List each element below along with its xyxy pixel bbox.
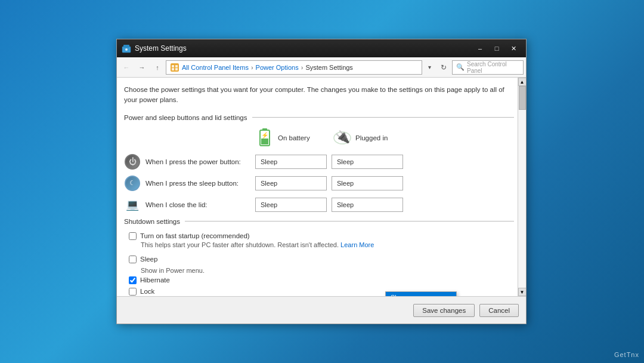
window-controls: – □ ✕ (472, 42, 521, 54)
sleep-sub: Show in Power menu. (124, 267, 514, 274)
svg-rect-7 (175, 68, 178, 70)
lid-dropdowns: Do nothing Sleep Hibernate Shut down Do … (255, 198, 403, 212)
forward-button[interactable]: → (135, 60, 149, 75)
plug-icon: 🔌 (333, 128, 352, 147)
sleep-button-row: ☾ When I press the sleep button: Do noth… (124, 175, 514, 192)
main-content: Choose the power settings that you want … (117, 78, 526, 296)
window-title: System Settings (135, 44, 472, 53)
sleep-button-icon: ☾ (124, 175, 141, 192)
on-battery-label: On battery (278, 134, 310, 141)
section1-title: Power and sleep buttons and lid settings (124, 114, 247, 121)
battery-icon: ⚡ (255, 128, 274, 147)
breadcrumb-sep-1: › (251, 64, 253, 71)
hibernate-option-label: Hibernate (140, 276, 170, 284)
sleep-option-label: Sleep (140, 256, 157, 263)
svg-rect-6 (172, 68, 174, 70)
fast-startup-checkbox-line: Turn on fast startup (recommended) (129, 232, 374, 240)
lock-checkbox[interactable] (129, 288, 137, 296)
lock-option-label: Lock (140, 288, 154, 295)
fast-startup-desc: This helps start your PC faster after sh… (129, 241, 374, 248)
lid-icon: 💻 (124, 196, 141, 213)
dropdown-popup: Sleep Do nothing Hibernate Shut down Tur… (385, 291, 457, 296)
window-icon (122, 44, 131, 53)
breadcrumb-control-panel[interactable]: All Control Panel Items (182, 64, 249, 71)
breadcrumb-sep-2: › (301, 64, 304, 71)
intro-text: Choose the power settings that you want … (124, 85, 514, 106)
title-bar: System Settings – □ ✕ (117, 39, 526, 57)
sleep-battery-dropdown[interactable]: Do nothing Sleep Hibernate Shut down (255, 176, 327, 190)
back-button[interactable]: ← (119, 60, 134, 75)
power-button-dropdowns: Do nothing Sleep Hibernate Shut down Tur… (255, 155, 403, 169)
learn-more-link[interactable]: Learn More (340, 241, 374, 248)
scroll-track[interactable] (518, 86, 526, 288)
fast-startup-checkbox[interactable] (129, 232, 137, 240)
hibernate-option-row: Hibernate (124, 276, 514, 284)
fast-startup-row: Turn on fast startup (recommended) This … (124, 232, 514, 252)
minimize-button[interactable]: – (472, 42, 488, 54)
power-button-text: When I press the power button: (145, 158, 241, 165)
scroll-up-arrow[interactable]: ▲ (518, 78, 527, 86)
popup-item-sleep[interactable]: Sleep (386, 292, 456, 296)
scroll-down-arrow[interactable]: ▼ (518, 288, 527, 296)
svg-rect-4 (172, 65, 174, 67)
lid-plugged-select[interactable]: Do nothing Sleep Hibernate Shut down (335, 198, 400, 211)
cancel-button[interactable]: Cancel (479, 304, 519, 317)
svg-text:🔌: 🔌 (335, 130, 350, 144)
plugged-in-label: Plugged in (355, 134, 388, 141)
control-panel-icon (170, 63, 179, 72)
fast-startup-group: Turn on fast startup (recommended) This … (129, 232, 374, 252)
sleep-battery-select[interactable]: Do nothing Sleep Hibernate Shut down (258, 177, 324, 190)
sleep-button-dropdowns: Do nothing Sleep Hibernate Shut down Do … (255, 176, 403, 190)
maximize-button[interactable]: □ (489, 42, 504, 54)
power-button-row: ⏻ When I press the power button: Do noth… (124, 153, 514, 170)
breadcrumb-system-settings: System Settings (305, 64, 352, 71)
sleep-option-row: Sleep (124, 256, 514, 263)
bottom-bar: Save changes Cancel (117, 296, 526, 324)
column-headers: ⚡ On battery 🔌 Plugged in (124, 128, 514, 147)
lid-text: When I close the lid: (145, 201, 208, 208)
lid-row: 💻 When I close the lid: Do nothing Sleep… (124, 196, 514, 213)
up-button[interactable]: ↑ (150, 60, 165, 75)
fast-startup-desc-text: This helps start your PC faster after sh… (141, 241, 339, 248)
svg-rect-1 (123, 45, 129, 48)
breadcrumb-bar: All Control Panel Items › Power Options … (166, 60, 422, 75)
sleep-checkbox[interactable] (129, 256, 137, 263)
on-battery-header: ⚡ On battery (255, 128, 333, 147)
power-battery-dropdown[interactable]: Do nothing Sleep Hibernate Shut down Tur… (255, 155, 327, 169)
sleep-button-text: When I press the sleep button: (145, 180, 239, 187)
section2-header: Shutdown settings (124, 218, 514, 225)
search-box[interactable]: 🔍 Search Control Panel (452, 60, 524, 75)
plugged-in-header: 🔌 Plugged in (333, 128, 410, 147)
scroll-thumb[interactable] (519, 86, 526, 110)
content-area: Choose the power settings that you want … (117, 78, 526, 296)
svg-point-2 (125, 48, 128, 51)
section2-title: Shutdown settings (124, 218, 180, 225)
power-plugged-dropdown[interactable]: Do nothing Sleep Hibernate Shut down Tur… (332, 155, 403, 169)
shutdown-section: Shutdown settings Turn on fast startup (… (124, 218, 514, 297)
hibernate-checkbox[interactable] (129, 276, 137, 284)
breadcrumb-dropdown-button[interactable]: ▾ (423, 61, 435, 74)
power-plugged-select[interactable]: Do nothing Sleep Hibernate Shut down Tur… (335, 155, 400, 168)
lid-plugged-dropdown[interactable]: Do nothing Sleep Hibernate Shut down (332, 198, 403, 212)
refresh-button[interactable]: ↻ (436, 60, 451, 75)
svg-text:⚡: ⚡ (261, 131, 269, 139)
lid-battery-select[interactable]: Do nothing Sleep Hibernate Shut down (258, 198, 324, 211)
lid-battery-dropdown[interactable]: Do nothing Sleep Hibernate Shut down (255, 198, 327, 212)
svg-rect-5 (175, 65, 178, 67)
search-icon: 🔍 (456, 63, 465, 71)
power-button-icon: ⏻ (124, 153, 141, 170)
power-battery-select[interactable]: Do nothing Sleep Hibernate Shut down Tur… (258, 155, 324, 168)
scrollbar[interactable]: ▲ ▼ (518, 78, 526, 296)
power-button-label: ⏻ When I press the power button: (124, 153, 255, 170)
save-changes-button[interactable]: Save changes (413, 304, 475, 317)
close-button[interactable]: ✕ (506, 42, 521, 54)
fast-startup-label: Turn on fast startup (recommended) (140, 232, 250, 239)
address-bar: ← → ↑ All Control Panel Items › Power Op… (117, 57, 526, 78)
sleep-plugged-dropdown[interactable]: Do nothing Sleep Hibernate Shut down (332, 176, 403, 190)
breadcrumb-power-options[interactable]: Power Options (256, 64, 299, 71)
sleep-plugged-select[interactable]: Do nothing Sleep Hibernate Shut down (335, 177, 400, 190)
search-placeholder: Search Control Panel (467, 61, 519, 74)
watermark: GetTnx (614, 351, 639, 358)
svg-rect-10 (261, 139, 268, 144)
sleep-button-label: ☾ When I press the sleep button: (124, 175, 255, 192)
